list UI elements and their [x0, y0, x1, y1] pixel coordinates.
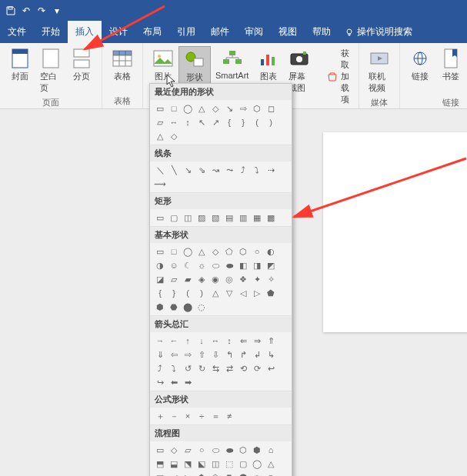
- shape-item[interactable]: ▱: [154, 116, 166, 128]
- tab-help[interactable]: 帮助: [305, 21, 339, 43]
- shape-item[interactable]: ╲: [168, 164, 180, 176]
- shape-item[interactable]: ⇢: [265, 164, 277, 176]
- document-page[interactable]: [323, 132, 467, 332]
- shape-item[interactable]: ↩: [265, 362, 277, 374]
- shape-item[interactable]: ⬔: [182, 458, 194, 470]
- shape-item[interactable]: ＼: [154, 164, 166, 176]
- shape-item[interactable]: ⇐: [237, 335, 249, 347]
- shape-item[interactable]: ▭: [154, 211, 166, 224]
- shape-item[interactable]: ▢: [168, 211, 180, 224]
- shape-item[interactable]: ↗: [209, 116, 222, 128]
- shape-item[interactable]: ◇: [209, 102, 222, 115]
- shape-item[interactable]: ◨: [251, 259, 263, 271]
- shape-item[interactable]: ⇦: [168, 348, 180, 361]
- shape-item[interactable]: ⌂: [265, 444, 277, 456]
- shape-item[interactable]: {: [154, 287, 166, 299]
- shape-item[interactable]: ⟿: [154, 178, 166, 190]
- shape-item[interactable]: ◻: [265, 102, 277, 115]
- shape-item[interactable]: ▽: [154, 471, 166, 476]
- shape-item[interactable]: ⤵: [168, 362, 180, 374]
- shape-item[interactable]: △: [195, 102, 208, 115]
- shape-item[interactable]: }: [168, 287, 180, 299]
- shape-item[interactable]: ◁: [237, 287, 249, 299]
- tab-review[interactable]: 审阅: [237, 21, 271, 43]
- shape-item[interactable]: ⬤: [182, 301, 194, 313]
- shape-item[interactable]: ): [195, 287, 208, 299]
- shape-item[interactable]: ◫: [182, 211, 194, 224]
- shape-item[interactable]: (: [182, 287, 194, 299]
- shape-item[interactable]: □: [168, 102, 180, 115]
- shape-item[interactable]: }: [237, 116, 249, 128]
- tab-design[interactable]: 设计: [102, 21, 135, 43]
- shape-item[interactable]: ×: [182, 410, 194, 422]
- shape-item[interactable]: ⟳: [251, 362, 263, 374]
- shape-item[interactable]: ▭: [154, 444, 166, 456]
- tab-mailings[interactable]: 邮件: [203, 21, 237, 43]
- shape-item[interactable]: ◌: [195, 301, 208, 313]
- shape-item[interactable]: {: [223, 116, 235, 128]
- shape-item[interactable]: ✦: [251, 273, 263, 285]
- tab-file[interactable]: 文件: [0, 21, 34, 43]
- shape-item[interactable]: ◐: [265, 245, 277, 258]
- shape-item[interactable]: ◯: [182, 102, 194, 115]
- shape-item[interactable]: ▭: [154, 245, 166, 258]
- shape-item[interactable]: ↰: [223, 348, 235, 361]
- shape-item[interactable]: ≠: [223, 410, 235, 422]
- shape-item[interactable]: ▢: [237, 458, 249, 470]
- shape-item[interactable]: ＝: [209, 410, 222, 422]
- shape-item[interactable]: ÷: [195, 410, 208, 422]
- shape-item[interactable]: ○: [251, 245, 263, 258]
- shape-item[interactable]: ↕: [182, 116, 194, 128]
- shape-item[interactable]: △: [209, 287, 222, 299]
- shape-item[interactable]: ⤴: [237, 164, 249, 176]
- shape-item[interactable]: (: [251, 116, 263, 128]
- shape-item[interactable]: ＋: [154, 410, 166, 422]
- shape-item[interactable]: ☼: [195, 259, 208, 271]
- shape-item[interactable]: ◌: [251, 471, 263, 476]
- shape-item[interactable]: ←: [168, 335, 180, 347]
- shape-item[interactable]: ⟲: [237, 362, 249, 374]
- smartart-button[interactable]: SmartArt: [211, 46, 253, 82]
- shape-item[interactable]: ↲: [251, 348, 263, 361]
- shape-item[interactable]: ⬡: [251, 102, 263, 115]
- shape-item[interactable]: ◇: [168, 444, 180, 456]
- shape-item[interactable]: ⤴: [154, 362, 166, 374]
- shape-item[interactable]: ↘: [182, 164, 194, 176]
- undo-button[interactable]: ↶: [18, 3, 34, 18]
- online-video-button[interactable]: 联机视频: [364, 46, 395, 95]
- shape-item[interactable]: ▥: [237, 211, 249, 224]
- shape-item[interactable]: ⇒: [251, 335, 263, 347]
- shape-item[interactable]: ◩: [265, 259, 277, 271]
- shape-item[interactable]: ▧: [209, 211, 222, 224]
- shape-item[interactable]: ↻: [195, 362, 208, 374]
- shape-item[interactable]: ○: [195, 444, 208, 456]
- tab-layout[interactable]: 布局: [135, 21, 169, 43]
- shape-item[interactable]: ▦: [251, 211, 263, 224]
- shape-item[interactable]: ✧: [265, 273, 277, 285]
- shape-item[interactable]: ◈: [195, 273, 208, 285]
- shape-item[interactable]: ◍: [265, 471, 277, 476]
- shape-item[interactable]: ➡: [182, 376, 194, 388]
- shape-item[interactable]: ⬬: [223, 444, 235, 456]
- shape-item[interactable]: ▤: [223, 211, 235, 224]
- shape-item[interactable]: ↕: [223, 335, 235, 347]
- shape-item[interactable]: ▷: [251, 287, 263, 299]
- shape-item[interactable]: ↪: [154, 376, 166, 388]
- shape-item[interactable]: ⇧: [195, 348, 208, 361]
- tab-home[interactable]: 开始: [34, 21, 68, 43]
- shape-item[interactable]: ◉: [209, 273, 222, 285]
- shape-item[interactable]: ⬠: [223, 245, 235, 258]
- shape-item[interactable]: □: [168, 245, 180, 258]
- shape-item[interactable]: △: [154, 130, 166, 142]
- shape-item[interactable]: ⇓: [154, 348, 166, 361]
- tab-view[interactable]: 视图: [271, 21, 305, 43]
- shape-item[interactable]: ⬭: [209, 259, 222, 271]
- cover-page-button[interactable]: 封面: [5, 46, 35, 84]
- shape-item[interactable]: ⬣: [168, 301, 180, 313]
- shape-item[interactable]: ↝: [209, 164, 222, 176]
- shape-item[interactable]: ⬡: [237, 245, 249, 258]
- shape-item[interactable]: ↳: [265, 348, 277, 361]
- shape-item[interactable]: ◪: [154, 273, 166, 285]
- hyperlink-button[interactable]: 链接: [405, 46, 435, 84]
- shape-item[interactable]: ↘: [223, 102, 235, 115]
